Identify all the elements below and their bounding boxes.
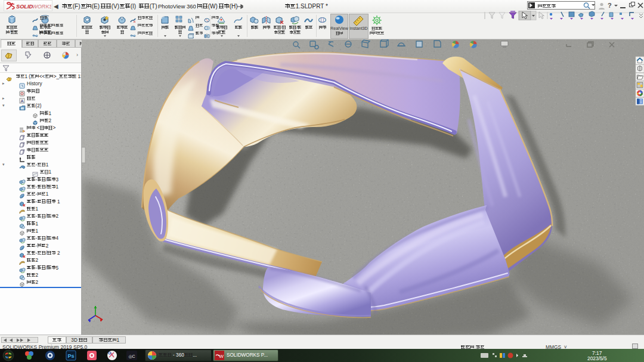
svg-text:W: W bbox=[219, 354, 224, 359]
svg-text:Ps: Ps bbox=[67, 353, 74, 359]
svg-text:SOLID: SOLID bbox=[16, 4, 33, 10]
svg-text:WORKS: WORKS bbox=[32, 4, 51, 10]
svg-text:◎C: ◎C bbox=[128, 354, 135, 358]
